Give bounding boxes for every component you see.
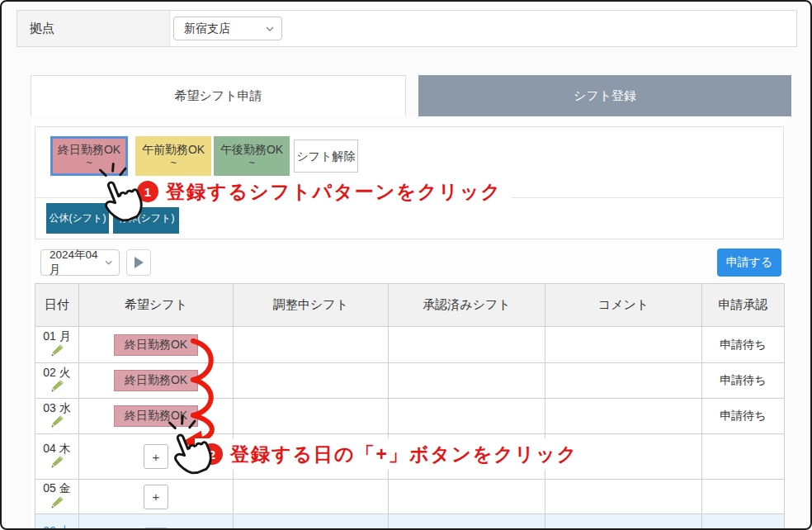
step-1-text: 登録するシフトパターンをクリック: [166, 179, 502, 205]
col-comment: コメント: [545, 284, 702, 327]
pencil-icon[interactable]: [51, 380, 64, 392]
shift-badge[interactable]: 終日勤務OK: [114, 405, 198, 427]
paid-holiday-button[interactable]: 有休(シフト): [113, 203, 179, 234]
pattern-label: 午後勤務OK: [220, 143, 283, 156]
annotation-step-1: 1 登録するシフトパターンをクリック: [130, 176, 512, 207]
play-triangle-icon: [135, 257, 144, 268]
date-label: 02 火: [35, 366, 78, 381]
pattern-sub: ~: [248, 157, 255, 169]
approval-status: [702, 434, 785, 480]
table-row: 02 火 終日勤務OK 申請待ち: [35, 363, 785, 399]
shift-badge[interactable]: 終日勤務OK: [114, 334, 198, 356]
approval-status: 申請待ち: [702, 363, 785, 399]
col-date: 日付: [35, 284, 79, 327]
date-label: 05 金: [35, 481, 78, 496]
add-shift-button[interactable]: +: [144, 528, 168, 530]
date-label: 01 月: [35, 329, 78, 344]
month-dropdown-value: 2024年04月: [50, 248, 105, 277]
date-label: 03 水: [35, 401, 78, 416]
pencil-icon[interactable]: [51, 496, 64, 509]
pencil-icon[interactable]: [51, 344, 64, 357]
approval-status: [702, 480, 785, 514]
pattern-sub: ~: [170, 157, 177, 169]
pattern-sub: ~: [86, 157, 92, 169]
pencil-icon[interactable]: [51, 415, 64, 428]
col-approved-shift: 承認済みシフト: [389, 284, 545, 327]
step-2-badge: 2: [201, 443, 223, 465]
app-window: 拠点 新宿支店 希望シフト申請 シフト登録 終日勤務OK ~ 午前勤務OK ~ …: [0, 0, 812, 530]
date-label: 06 土: [35, 524, 78, 530]
apply-button[interactable]: 申請する: [717, 248, 781, 277]
pattern-label: シフト解除: [297, 149, 356, 163]
pattern-morning-button[interactable]: 午前勤務OK ~: [135, 136, 211, 176]
pattern-full-day-button[interactable]: 終日勤務OK ~: [50, 136, 128, 176]
approval-status: 申請待ち: [702, 327, 785, 363]
shift-badge[interactable]: 終日勤務OK: [114, 370, 198, 391]
location-label: 拠点: [17, 11, 170, 46]
location-bar: 拠点 新宿支店: [17, 10, 797, 47]
chevron-down-icon: [266, 26, 274, 31]
shift-table: 日付 希望シフト 調整中シフト 承認済みシフト コメント 申請承認 01 月 終…: [35, 283, 785, 530]
chevron-down-icon: [105, 260, 112, 265]
table-header-row: 日付 希望シフト 調整中シフト 承認済みシフト コメント 申請承認: [35, 284, 785, 327]
approval-status: 申請待ち: [702, 399, 785, 434]
location-dropdown-value: 新宿支店: [184, 21, 230, 36]
table-row: 05 金 +: [35, 480, 785, 514]
tab-shift-register[interactable]: シフト登録: [418, 75, 791, 116]
add-shift-button[interactable]: +: [144, 444, 168, 469]
pattern-label: 午前勤務OK: [142, 143, 205, 156]
step-1-badge: 1: [137, 181, 158, 202]
public-holiday-button[interactable]: 公休(シフト): [46, 203, 109, 234]
table-row: 03 水 終日勤務OK 申請待ち: [35, 399, 785, 434]
add-shift-button[interactable]: +: [144, 485, 168, 509]
pattern-label: 終日勤務OK: [58, 143, 120, 156]
step-2-text: 登録する日の「+」ボタンをクリック: [230, 442, 578, 467]
pattern-clear-button[interactable]: シフト解除: [294, 140, 358, 173]
location-dropdown[interactable]: 新宿支店: [173, 17, 282, 40]
month-dropdown[interactable]: 2024年04月: [40, 249, 120, 276]
pattern-afternoon-button[interactable]: 午後勤務OK ~: [214, 136, 290, 176]
tab-shift-request[interactable]: 希望シフト申請: [31, 75, 406, 116]
col-desired-shift: 希望シフト: [79, 284, 234, 327]
col-approval: 申請承認: [702, 284, 785, 327]
annotation-step-2: 2 登録する日の「+」ボタンをクリック: [195, 438, 588, 470]
date-label: 04 木: [35, 442, 78, 457]
table-row: 01 月 終日勤務OK 申請待ち: [35, 327, 785, 363]
table-row-weekend: 06 土 +: [35, 514, 785, 530]
pencil-icon[interactable]: [51, 456, 64, 468]
approval-status: [702, 514, 785, 530]
col-adjusting-shift: 調整中シフト: [234, 284, 389, 327]
next-month-button[interactable]: [126, 249, 151, 276]
